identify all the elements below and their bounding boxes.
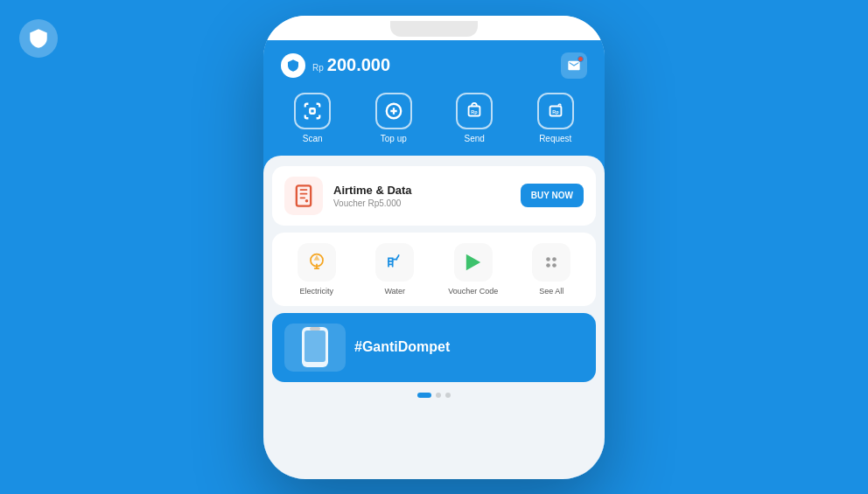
scan-icon (303, 101, 322, 121)
svg-rect-8 (297, 185, 311, 205)
seeall-icon (539, 250, 564, 275)
topup-icon-wrap (375, 93, 412, 129)
service-water[interactable]: Water (360, 243, 431, 296)
header-logo-icon (286, 59, 300, 73)
airtime-icon (291, 184, 316, 208)
svg-text:Rp: Rp (552, 108, 559, 114)
topup-icon (384, 101, 403, 121)
svg-rect-17 (304, 330, 326, 362)
phone-screen: Rp 200.000 (263, 40, 605, 479)
action-request[interactable]: Rp Request (537, 93, 574, 143)
svg-marker-11 (466, 254, 480, 270)
balance-section: Rp 200.000 (281, 53, 390, 78)
currency-label: Rp (312, 63, 324, 73)
phone-notch-area (263, 16, 605, 40)
svg-point-13 (552, 257, 556, 261)
services-grid: Electricity W (281, 243, 587, 296)
water-icon (382, 250, 407, 275)
action-scan[interactable]: Scan (294, 93, 331, 143)
service-seeall[interactable]: See All (516, 243, 588, 296)
airtime-icon-wrap (284, 177, 323, 215)
action-topup[interactable]: Top up (375, 93, 412, 143)
screen-header: Rp 200.000 (263, 40, 605, 87)
svg-point-12 (546, 257, 550, 261)
balance-amount: 200.000 (327, 55, 390, 75)
balance-info: Rp 200.000 (312, 55, 390, 75)
send-icon-wrap: Rp (456, 93, 493, 129)
buy-now-button[interactable]: BUY NOW (521, 184, 584, 207)
notch (390, 21, 478, 37)
services-card: Electricity W (272, 233, 596, 306)
svg-text:Rp: Rp (472, 108, 479, 114)
pagination-dot-2 (436, 393, 441, 398)
screen-content: Airtime & Data Voucher Rp5.000 BUY NOW (263, 156, 605, 479)
app-header-logo (281, 53, 305, 78)
pagination-dot-3 (445, 393, 451, 398)
request-icon-wrap: Rp (537, 93, 574, 129)
electricity-icon (304, 250, 329, 275)
promo-phone-thumbnail (284, 324, 346, 372)
service-electricity[interactable]: Electricity (281, 243, 353, 296)
notification-dot (578, 56, 584, 62)
action-send[interactable]: Rp Send (456, 93, 493, 143)
seeall-icon-wrap (532, 243, 570, 282)
svg-point-15 (552, 263, 556, 268)
scan-label: Scan (303, 134, 323, 143)
svg-rect-18 (310, 327, 320, 330)
electricity-label: Electricity (299, 287, 333, 296)
promo-hashtag: #GantiDompet (354, 339, 584, 355)
pagination-dot-1 (417, 393, 431, 398)
mini-phone-icon (298, 325, 332, 369)
svg-point-14 (546, 263, 550, 268)
topup-label: Top up (381, 134, 407, 143)
send-label: Send (465, 134, 485, 143)
voucher-icon (461, 250, 486, 275)
airtime-card: Airtime & Data Voucher Rp5.000 BUY NOW (272, 166, 596, 226)
scan-icon-wrap (294, 93, 331, 129)
airtime-subtitle: Voucher Rp5.000 (333, 198, 510, 208)
airtime-info: Airtime & Data Voucher Rp5.000 (333, 184, 510, 208)
quick-actions-bar: Scan Top up R (263, 87, 605, 156)
notification-button[interactable] (561, 52, 587, 79)
water-label: Water (384, 287, 405, 296)
logo-icon (27, 27, 50, 50)
phone-mockup: Rp 200.000 (263, 16, 605, 479)
corner-logo (19, 19, 58, 58)
voucher-icon-wrap (454, 243, 493, 282)
service-voucher[interactable]: Voucher Code (438, 243, 509, 296)
svg-rect-0 (311, 108, 316, 114)
voucher-label: Voucher Code (448, 287, 498, 296)
request-label: Request (539, 134, 571, 143)
seeall-label: See All (539, 287, 564, 296)
promo-card[interactable]: #GantiDompet (272, 313, 596, 382)
pagination (272, 389, 596, 400)
electricity-icon-wrap (298, 243, 336, 282)
water-icon-wrap (375, 243, 414, 282)
request-icon: Rp (546, 101, 565, 121)
svg-point-9 (305, 199, 309, 203)
send-icon: Rp (465, 101, 484, 121)
airtime-title: Airtime & Data (333, 184, 510, 197)
